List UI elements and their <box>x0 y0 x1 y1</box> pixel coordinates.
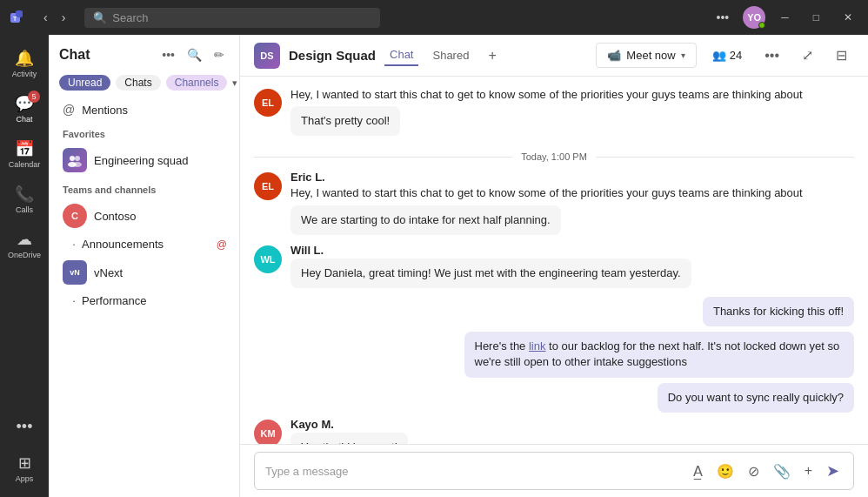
outgoing-msg-3: Do you want to sync really quickly? <box>254 383 854 413</box>
sidebar-item-chat[interactable]: 💬 Chat 5 <box>3 87 45 131</box>
channel-item-performance[interactable]: • Performance <box>52 290 236 312</box>
more-actions-button[interactable]: + <box>801 461 816 480</box>
sidebar: Chat ••• 🔍 ✏ Unread Chats Channels ▾ @ M… <box>49 35 240 497</box>
filter-chevron-icon[interactable]: ▾ <box>232 77 237 89</box>
calendar-icon: 📅 <box>15 139 34 158</box>
mentions-row[interactable]: @ Mentions <box>49 97 239 122</box>
vnext-avatar: vN <box>63 260 87 285</box>
chat-badge: 5 <box>28 91 40 103</box>
msg-sender-kayo: Kayo M. <box>290 418 854 431</box>
svg-text:T: T <box>13 16 17 22</box>
send-button[interactable]: ➤ <box>823 460 843 482</box>
svg-point-6 <box>73 162 82 167</box>
teams-channels-label: Teams and channels <box>49 178 239 198</box>
back-button[interactable]: ‹ <box>38 9 53 26</box>
filter-chats[interactable]: Chats <box>116 75 160 91</box>
svg-point-4 <box>75 156 80 161</box>
filter-unread[interactable]: Unread <box>59 75 110 91</box>
channel-item-announcements[interactable]: • Announcements @ <box>52 233 236 255</box>
activity-icon: 🔔 <box>15 49 34 68</box>
msg-text-eric-1: Hey, I wanted to start this chat to get … <box>290 87 854 103</box>
avatar-kayo: KM <box>254 420 282 444</box>
maximize-button[interactable]: □ <box>805 8 828 27</box>
search-chat-button[interactable]: 🔍 <box>183 45 206 64</box>
format-button[interactable]: A̲ <box>690 461 706 481</box>
messages-container[interactable]: EL Hey, I wanted to start this chat to g… <box>240 77 868 444</box>
outgoing-bubble-1: Thanks for kicking this off! <box>703 297 854 326</box>
user-avatar[interactable]: YO <box>743 6 765 29</box>
sidebar-header: Chat ••• 🔍 ✏ <box>49 35 239 71</box>
chat-tab-shared[interactable]: Shared <box>427 45 474 65</box>
apps-icon: ⊞ <box>18 453 31 473</box>
meet-now-label: Meet now <box>626 49 675 62</box>
participants-count[interactable]: 👥 24 <box>705 45 749 65</box>
sidebar-item-vnext[interactable]: vN vNext <box>52 255 236 290</box>
msg-content-kayo: Kayo M. Yes that'd be great! ❤️ 1 Btw, c… <box>290 418 854 444</box>
popout-button[interactable]: ⤢ <box>795 44 820 67</box>
sidebar-item-more[interactable]: ••• <box>3 411 45 445</box>
message-input-area: A̲ 🙂 ⊘ 📎 + ➤ <box>240 444 868 497</box>
sidebar-item-calendar[interactable]: 📅 Calendar <box>3 132 45 176</box>
avatar-eric: EL <box>254 89 282 117</box>
attachment2-button[interactable]: 📎 <box>770 461 794 481</box>
sidebar-item-engineering[interactable]: Engineering squad <box>52 143 236 178</box>
onedrive-label: OneDrive <box>8 251 41 259</box>
compose-button[interactable]: ✏ <box>210 45 229 64</box>
add-tab-button[interactable]: + <box>483 46 501 65</box>
sidebar-item-contoso[interactable]: C Contoso <box>52 198 236 233</box>
sidebar-title: Chat <box>59 47 150 63</box>
msg-bubble-eric-1: That's pretty cool! <box>290 106 400 136</box>
calls-icon: 📞 <box>15 185 34 204</box>
performance-channel-name: Performance <box>82 294 227 307</box>
msg-content-will: Will L. Hey Daniela, great timing! We ju… <box>290 244 854 288</box>
title-bar: T ‹ › 🔍 ••• YO ─ □ ✕ <box>0 0 868 35</box>
bullet-icon: • <box>73 242 75 247</box>
message-input[interactable] <box>265 465 683 478</box>
attach-button[interactable]: ⊘ <box>744 461 763 481</box>
svg-point-3 <box>70 156 75 161</box>
backlog-link[interactable]: link <box>529 339 546 353</box>
msg-text-eric-2a: Hey, I wanted to start this chat to get … <box>290 185 854 201</box>
favorites-label: Favorites <box>49 122 239 143</box>
more-chat-options-button[interactable]: ••• <box>157 45 179 64</box>
more-header-options-button[interactable]: ••• <box>758 44 786 67</box>
minimize-button[interactable]: ─ <box>772 8 798 27</box>
sidebar-item-onedrive[interactable]: ☁ OneDrive <box>3 223 45 266</box>
avatar-status <box>758 22 765 29</box>
msg-bubble-eric-2: We are starting to do intake for next ha… <box>290 205 561 235</box>
msg-bubble-kayo-1: Yes that'd be great! <box>290 433 408 444</box>
filter-tabs: Unread Chats Channels ▾ <box>49 71 239 97</box>
search-input[interactable] <box>112 11 371 24</box>
more-options-button[interactable]: ••• <box>710 7 737 28</box>
outgoing-bubble-3: Do you want to sync really quickly? <box>658 383 854 413</box>
filter-channels[interactable]: Channels <box>166 75 228 91</box>
chat-tab-chat[interactable]: Chat <box>384 44 418 66</box>
msg-sender-will: Will L. <box>290 244 854 257</box>
meet-now-button[interactable]: 📹 Meet now ▾ <box>596 43 696 68</box>
split-view-button[interactable]: ⊟ <box>829 44 854 67</box>
sidebar-item-apps[interactable]: ⊞ Apps <box>3 447 45 490</box>
sidebar-item-calls[interactable]: 📞 Calls <box>3 178 45 221</box>
engineering-name: Engineering squad <box>94 154 227 167</box>
msg-content-eric-1: Hey, I wanted to start this chat to get … <box>290 87 854 136</box>
chat-header: DS Design Squad Chat Shared + 📹 Meet now… <box>240 35 868 77</box>
nav-arrows: ‹ › <box>38 9 70 26</box>
message-group-eric-2: EL Eric L. Hey, I wanted to start this c… <box>254 171 854 234</box>
forward-button[interactable]: › <box>57 9 71 26</box>
message-group-kayo: KM Kayo M. Yes that'd be great! ❤️ 1 Btw… <box>254 418 854 444</box>
close-button[interactable]: ✕ <box>835 8 861 27</box>
at-mention-icon: @ <box>217 238 227 251</box>
title-bar-left: T ‹ › <box>7 7 70 28</box>
sidebar-actions: ••• 🔍 ✏ <box>157 45 229 64</box>
announcements-channel-name: Announcements <box>82 238 211 251</box>
msg-content-eric-2: Eric L. Hey, I wanted to start this chat… <box>290 171 854 234</box>
mentions-icon: @ <box>63 103 75 117</box>
participants-number: 24 <box>730 49 742 62</box>
emoji-button[interactable]: 🙂 <box>713 461 738 481</box>
sidebar-item-activity[interactable]: 🔔 Activity <box>3 42 45 85</box>
app-container: T ‹ › 🔍 ••• YO ─ □ ✕ <box>0 0 868 497</box>
contoso-name: Contoso <box>94 210 227 223</box>
participants-icon: 👥 <box>712 49 726 62</box>
more-icon: ••• <box>17 418 33 436</box>
onedrive-icon: ☁ <box>17 230 32 249</box>
